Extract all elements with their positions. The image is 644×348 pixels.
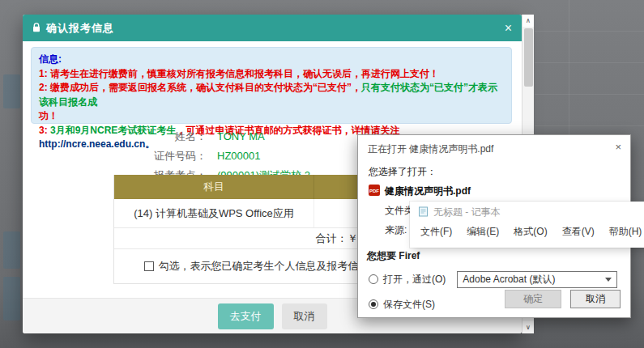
subject-cell: (14) 计算机基础及WPS Office应用 (114, 199, 313, 227)
menu-item-edit[interactable]: 编辑(E) (459, 225, 506, 239)
backdrop-sidebar-item (3, 231, 20, 269)
scrollbar-thumb[interactable] (524, 28, 533, 87)
menu-item-file[interactable]: 文件(F) (413, 225, 459, 239)
notepad-menubar: 文件(F) 编辑(E) 格式(O) 查看(V) 帮助(H) (410, 219, 644, 239)
backdrop-grid-line (569, 0, 569, 138)
notepad-title: 无标题 - 记事本 (433, 206, 501, 219)
menu-item-view[interactable]: 查看(V) (555, 225, 602, 239)
menu-item-format[interactable]: 格式(O) (506, 225, 554, 239)
backdrop-sidebar-item (3, 277, 20, 320)
pay-button[interactable]: 去支付 (218, 303, 274, 329)
menu-item-help[interactable]: 帮助(H) (602, 225, 644, 239)
source-label: 来源: (385, 224, 407, 236)
notice-header: 信息: (39, 53, 62, 65)
file-name: 健康情况声明书.pdf (385, 185, 471, 198)
notepad-window: 无标题 - 记事本 文件(F) 编辑(E) 格式(O) 查看(V) 帮助(H) (410, 202, 644, 248)
backdrop-grid-line (535, 94, 644, 95)
modal-title: 确认报考信息 (46, 21, 114, 36)
modal-titlebar: 确认报考信息 × (23, 15, 522, 41)
notice-line2-red: 2: 缴费成功后，需要返回报名系统，确认支付科目的支付状态为“已支付”， (39, 82, 361, 93)
notice-line2-tail: 功！ (39, 110, 58, 121)
id-number-label: 证件号码： (23, 146, 207, 166)
pdf-icon: PDF (369, 185, 380, 198)
screen: 确认报考信息 × 信息: 1: 请考生在进行缴费前，慎重核对所有报考信息和报考科… (0, 0, 644, 348)
scroll-down-icon[interactable]: ∨ (522, 321, 534, 333)
notepad-icon (418, 206, 429, 219)
handle-file-question: 您想要 Firef (367, 249, 630, 263)
scroll-up-icon[interactable]: ∧ (522, 15, 534, 27)
cancel-button[interactable]: 取消 (282, 303, 327, 329)
file-row: PDF 健康情况声明书.pdf (369, 185, 630, 198)
chosen-to-open-label: 您选择了打开： (369, 165, 630, 179)
close-icon[interactable]: × (505, 22, 512, 35)
confirm-checkbox[interactable] (144, 261, 154, 271)
open-with-option: 打开，通过(O) Adobe Acrobat (默认) (369, 270, 630, 288)
backdrop-grid-line (535, 62, 644, 63)
lock-icon (32, 21, 41, 36)
total-label: 合计： (316, 232, 348, 244)
backdrop-sidebar-item (3, 74, 20, 108)
open-with-radio[interactable] (369, 274, 378, 284)
open-with-label: 打开，通过(O) (383, 273, 446, 286)
dialog-buttons: 确定 取消 (505, 290, 621, 308)
name-value: TONY MA (217, 127, 265, 146)
id-number-value: HZ00001 (217, 146, 260, 166)
notepad-titlebar[interactable]: 无标题 - 记事本 (410, 202, 644, 219)
save-file-label: 保存文件(S) (383, 298, 435, 312)
open-with-select[interactable]: Adobe Acrobat (默认) (457, 271, 617, 288)
close-icon[interactable]: × (615, 141, 621, 153)
notice-line1: 1: 请考生在进行缴费前，慎重核对所有报考信息和报考科目，确认无误后，再进行网上… (39, 68, 439, 79)
chevron-down-icon (605, 278, 612, 282)
open-with-selected-value: Adobe Acrobat (默认) (463, 273, 555, 286)
backdrop-grid-line (535, 31, 644, 32)
save-file-radio[interactable] (369, 299, 378, 309)
name-label: 姓名： (23, 127, 207, 146)
ok-button[interactable]: 确定 (505, 290, 561, 308)
subject-column-header: 科目 (114, 175, 313, 199)
svg-text:PDF: PDF (369, 189, 379, 193)
notice-box: 信息: 1: 请考生在进行缴费前，慎重核对所有报考信息和报考科目，确认无误后，再… (31, 47, 512, 124)
dialog-cancel-button[interactable]: 取消 (570, 290, 621, 308)
download-dialog-titlebar[interactable]: 正在打开 健康情况声明书.pdf (358, 135, 630, 156)
backdrop-grid-line (535, 125, 644, 126)
